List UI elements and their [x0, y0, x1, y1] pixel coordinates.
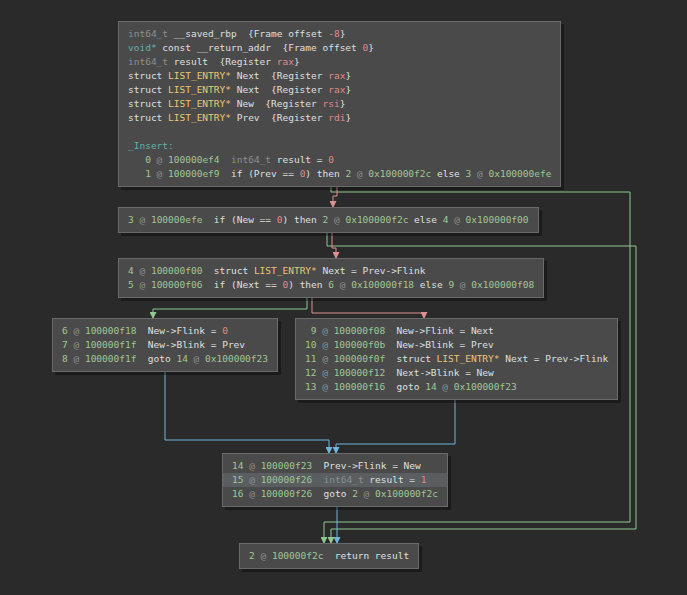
code-line[interactable]: 0 @ 100000ef4 int64_t result = 0	[128, 153, 551, 167]
code-token: 8	[62, 353, 73, 364]
code-token: rax	[328, 84, 345, 95]
code-line[interactable]: 13 @ 100000f16 goto 14 @ 0x100000f23	[305, 380, 608, 394]
code-token: 0x100000f2c	[345, 214, 408, 225]
code-token: 100000f12	[334, 367, 385, 378]
edge-9-to-14	[336, 400, 455, 453]
code-token: @	[322, 367, 333, 378]
code-token: 14	[232, 460, 249, 471]
code-line[interactable]: 10 @ 100000f0b New->Blink = Prev	[305, 338, 608, 352]
graph-canvas[interactable]: int64_t __saved_rbp {Frame offset -8}voi…	[0, 0, 687, 595]
code-line[interactable]: 14 @ 100000f23 Prev->Flink = New	[232, 459, 438, 473]
code-line[interactable]: _Insert:	[128, 139, 551, 153]
code-token: 1	[421, 474, 427, 485]
code-token: 16	[232, 488, 249, 499]
graph-node-0[interactable]: int64_t __saved_rbp {Frame offset -8}voi…	[118, 21, 561, 187]
graph-node-14[interactable]: 14 @ 100000f23 Prev->Flink = New15 @ 100…	[222, 453, 448, 507]
graph-node-9[interactable]: 9 @ 100000f08 New->Flink = Next10 @ 1000…	[295, 318, 618, 400]
code-token: if (Next ==	[202, 279, 282, 290]
code-token	[312, 474, 323, 485]
graph-node-4[interactable]: 4 @ 100000f00 struct LIST_ENTRY* Next = …	[118, 258, 544, 298]
code-token: 0x100000f00	[466, 214, 529, 225]
graph-node-3[interactable]: 3 @ 100000efe if (New == 0) then 2 @ 0x1…	[118, 207, 539, 233]
code-line[interactable]: 7 @ 100000f1f New->Blink = Prev	[62, 338, 268, 352]
code-token: Next->Blink = New	[385, 367, 494, 378]
code-line[interactable]: 5 @ 100000f06 if (Next == 0) then 6 @ 0x…	[128, 278, 534, 292]
code-token: 100000f23	[261, 460, 312, 471]
code-token: goto	[385, 381, 425, 392]
code-token: New->Blink = Prev	[136, 339, 245, 350]
code-token: }	[368, 42, 374, 53]
code-line[interactable]: 1 @ 100000ef9 if (Prev == 0) then 2 @ 0x…	[128, 167, 551, 181]
code-token: 100000efe	[151, 214, 202, 225]
code-token: struct	[128, 70, 168, 81]
code-line[interactable]: 9 @ 100000f08 New->Flink = Next	[305, 324, 608, 338]
code-token: 100000f1f	[85, 353, 136, 364]
code-token: ) then	[282, 214, 322, 225]
code-line[interactable]: 6 @ 100000f18 New->Flink = 0	[62, 324, 268, 338]
code-line[interactable]: void* const __return_addr {Frame offset …	[128, 41, 551, 55]
code-token: @	[73, 325, 84, 336]
code-token: Prev {Register	[231, 112, 328, 123]
code-token: struct	[128, 98, 168, 109]
code-token: }	[340, 28, 346, 39]
code-token: Next = Prev->Flink	[500, 353, 609, 364]
code-line[interactable]	[128, 125, 551, 139]
code-token: 10	[305, 339, 322, 350]
code-token: 100000f2c	[272, 550, 323, 561]
code-token: 9	[305, 325, 322, 336]
code-token: @	[448, 214, 465, 225]
code-token: @	[454, 279, 471, 290]
code-token: 0	[222, 325, 228, 336]
code-token: @	[249, 460, 260, 471]
code-token: int64_t	[324, 474, 364, 485]
code-token: 2	[249, 550, 260, 561]
code-line[interactable]: 4 @ 100000f00 struct LIST_ENTRY* Next = …	[128, 264, 534, 278]
code-line[interactable]: 2 @ 100000f2c return result	[249, 549, 409, 563]
code-token: New->Flink =	[136, 325, 222, 336]
code-token: rax	[277, 56, 294, 67]
code-token: rdi	[328, 112, 345, 123]
graph-node-2[interactable]: 2 @ 100000f2c return result	[239, 543, 419, 569]
code-line[interactable]: 3 @ 100000efe if (New == 0) then 2 @ 0x1…	[128, 213, 529, 227]
code-token: if (Prev ==	[220, 168, 300, 179]
graph-node-6[interactable]: 6 @ 100000f18 New->Flink = 07 @ 100000f1…	[52, 318, 278, 372]
code-line[interactable]: 16 @ 100000f26 goto 2 @ 0x100000f2c	[232, 487, 438, 501]
code-line[interactable]: int64_t result {Register rax}	[128, 55, 551, 69]
code-line[interactable]: 11 @ 100000f0f struct LIST_ENTRY* Next =…	[305, 352, 608, 366]
code-token: LIST_ENTRY*	[168, 112, 231, 123]
code-token: struct	[385, 353, 436, 364]
code-line[interactable]: 12 @ 100000f12 Next->Blink = New	[305, 366, 608, 380]
code-token: 100000ef4	[168, 154, 219, 165]
code-token: rsi	[322, 98, 339, 109]
code-token: @	[328, 214, 345, 225]
code-token: LIST_ENTRY*	[168, 70, 231, 81]
code-line[interactable]: struct LIST_ENTRY* Prev {Register rdi}	[128, 111, 551, 125]
code-line[interactable]: struct LIST_ENTRY* Next {Register rax}	[128, 83, 551, 97]
code-token: 0	[328, 154, 334, 165]
code-line[interactable]: int64_t __saved_rbp {Frame offset -8}	[128, 27, 551, 41]
edge-4-to-9	[312, 298, 424, 318]
code-token: else	[431, 168, 465, 179]
code-token: 12	[305, 367, 322, 378]
code-token: 11	[305, 353, 322, 364]
code-line[interactable]: 8 @ 100000f1f goto 14 @ 0x100000f23	[62, 352, 268, 366]
code-token: Next = Prev->Flink	[317, 265, 426, 276]
code-token: @	[139, 265, 150, 276]
code-token: struct	[128, 84, 168, 95]
code-token: @	[334, 279, 351, 290]
code-token: @	[139, 214, 150, 225]
code-token: int64_t	[128, 56, 168, 67]
code-token: LIST_ENTRY*	[437, 353, 500, 364]
code-token: else	[408, 214, 442, 225]
code-token: 100000f00	[151, 265, 202, 276]
code-token: @	[249, 488, 260, 499]
code-token: 13	[305, 381, 322, 392]
code-line-selected[interactable]: 15 @ 100000f26 int64_t result = 1	[223, 473, 447, 487]
code-token: const __return_addr {Frame offset	[157, 42, 363, 53]
code-token: 0x100000f23	[205, 353, 268, 364]
code-token: 100000ef9	[168, 168, 219, 179]
code-token: @	[139, 279, 150, 290]
code-token: 14	[425, 381, 436, 392]
code-line[interactable]: struct LIST_ENTRY* New {Register rsi}	[128, 97, 551, 111]
code-line[interactable]: struct LIST_ENTRY* Next {Register rax}	[128, 69, 551, 83]
